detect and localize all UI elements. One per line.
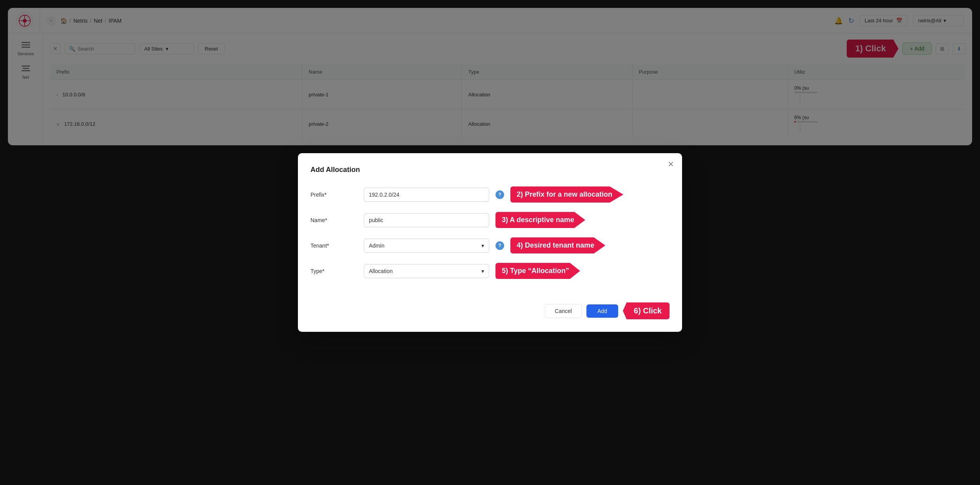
type-select[interactable]: Allocation ▾ (364, 264, 489, 278)
prefix-annotation: 2) Prefix for a new allocation (510, 186, 623, 203)
name-annotation: 3) A descriptive name (495, 212, 585, 228)
tenant-value: Admin (369, 242, 385, 249)
form-row-name: Name* 3) A descriptive name (310, 212, 670, 228)
name-input[interactable] (364, 213, 489, 227)
prefix-help-icon[interactable]: ? (495, 190, 504, 199)
prefix-input[interactable] (364, 188, 489, 202)
add-allocation-modal: Add Allocation ✕ Prefix* ? 2) Prefix for… (298, 153, 682, 332)
chevron-down-icon-tenant: ▾ (481, 242, 484, 249)
modal-footer: Cancel Add 6) Click (310, 295, 670, 319)
type-annotation: 5) Type “Allocation” (495, 263, 580, 279)
modal-close-button[interactable]: ✕ (668, 159, 674, 169)
type-label: Type* (310, 268, 358, 274)
modal-title: Add Allocation (310, 166, 670, 174)
modal-overlay: Add Allocation ✕ Prefix* ? 2) Prefix for… (0, 0, 980, 485)
tenant-annotation: 4) Desired tenant name (510, 237, 605, 253)
modal-add-button[interactable]: Add (586, 304, 618, 318)
form-row-type: Type* Allocation ▾ 5) Type “Allocation” (310, 263, 670, 279)
name-label: Name* (310, 217, 358, 223)
tenant-select[interactable]: Admin ▾ (364, 239, 489, 253)
form-row-tenant: Tenant* Admin ▾ ? 4) Desired tenant name (310, 237, 670, 253)
form-row-prefix: Prefix* ? 2) Prefix for a new allocation (310, 186, 670, 203)
chevron-down-icon-type: ▾ (481, 268, 484, 274)
tenant-label: Tenant* (310, 242, 358, 249)
prefix-label: Prefix* (310, 192, 358, 198)
click-6-annotation: 6) Click (623, 302, 670, 319)
cancel-button[interactable]: Cancel (545, 304, 582, 318)
type-value: Allocation (369, 268, 393, 274)
tenant-help-icon[interactable]: ? (495, 241, 504, 250)
